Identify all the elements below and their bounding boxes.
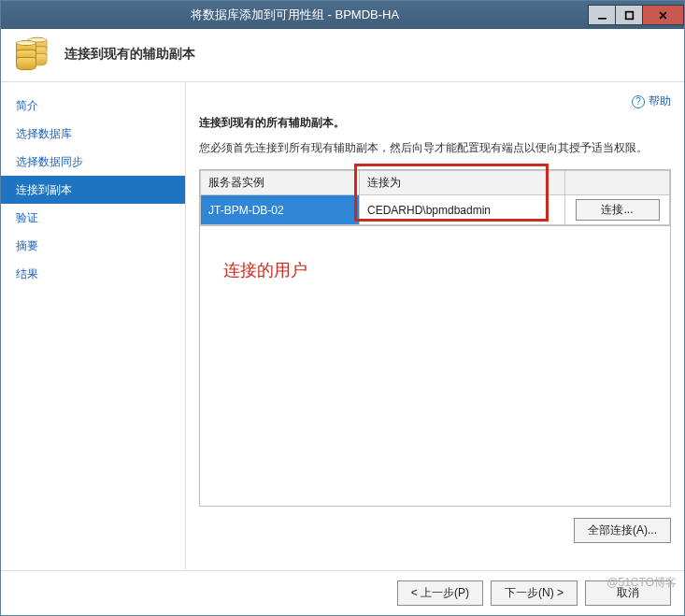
cell-instance: JT-BPM-DB-02 [201, 195, 360, 225]
table-container: 服务器实例 连接为 JT-BPM-DB-02 CEDARHD\bpmdbadmi… [199, 169, 671, 507]
col-action [565, 171, 670, 195]
help-link[interactable]: ? 帮助 [632, 93, 671, 109]
close-button[interactable] [642, 5, 684, 25]
page-title: 连接到现有的辅助副本 [64, 46, 195, 63]
watermark: @51CTO博客 [607, 575, 677, 591]
sidebar-item-summary[interactable]: 摘要 [1, 232, 185, 260]
titlebar: 将数据库添加到可用性组 - BPMDB-HA [1, 1, 684, 29]
help-label: 帮助 [649, 93, 671, 109]
connect-all-row: 全部连接(A)... [199, 512, 671, 543]
table-row[interactable]: JT-BPM-DB-02 CEDARHD\bpmdbadmin 连接... [201, 195, 670, 225]
wizard-content: ? 帮助 连接到现有的所有辅助副本。 您必须首先连接到所有现有辅助副本，然后向导… [186, 82, 684, 570]
col-instance: 服务器实例 [201, 171, 360, 195]
replica-table: 服务器实例 连接为 JT-BPM-DB-02 CEDARHD\bpmdbadmi… [199, 169, 671, 226]
sidebar-item-result[interactable]: 结果 [1, 260, 185, 288]
page-header: 连接到现有的辅助副本 [1, 29, 684, 82]
database-icon [16, 38, 51, 70]
connect-button[interactable]: 连接... [576, 199, 660, 221]
sidebar-item-data-sync[interactable]: 选择数据同步 [1, 148, 185, 176]
content-subtitle: 连接到现有的所有辅助副本。 [199, 115, 671, 131]
cell-action: 连接... [565, 195, 670, 225]
sidebar-item-select-db[interactable]: 选择数据库 [1, 120, 185, 148]
wizard-sidebar: 简介 选择数据库 选择数据同步 连接到副本 验证 摘要 结果 [1, 82, 186, 570]
window-controls [589, 5, 684, 25]
help-row: ? 帮助 [199, 93, 671, 109]
sidebar-item-connect-replica[interactable]: 连接到副本 [1, 176, 185, 204]
window-title: 将数据库添加到可用性组 - BPMDB-HA [1, 7, 589, 23]
cell-connect-as: CEDARHD\bpmdbadmin [360, 195, 565, 225]
col-connect-as: 连接为 [360, 171, 565, 195]
sidebar-item-validate[interactable]: 验证 [1, 204, 185, 232]
prev-button[interactable]: < 上一步(P) [397, 580, 483, 606]
wizard-footer: < 上一步(P) 下一步(N) > 取消 [1, 570, 684, 615]
annotation-label: 连接的用户 [223, 259, 307, 281]
svg-rect-1 [625, 11, 633, 19]
minimize-button[interactable] [588, 5, 616, 25]
content-description: 您必须首先连接到所有现有辅助副本，然后向导才能配置现有端点以便向其授予适当权限。 [199, 140, 671, 156]
wizard-window: 将数据库添加到可用性组 - BPMDB-HA 连接到现有的辅助副本 简 [0, 0, 685, 616]
next-button[interactable]: 下一步(N) > [491, 580, 578, 606]
table-header-row: 服务器实例 连接为 [201, 171, 670, 195]
help-icon: ? [632, 95, 645, 108]
connect-all-button[interactable]: 全部连接(A)... [574, 518, 671, 543]
sidebar-item-intro[interactable]: 简介 [1, 92, 185, 120]
wizard-body: 简介 选择数据库 选择数据同步 连接到副本 验证 摘要 结果 ? 帮助 连接到现… [1, 82, 684, 570]
maximize-button[interactable] [615, 5, 643, 25]
